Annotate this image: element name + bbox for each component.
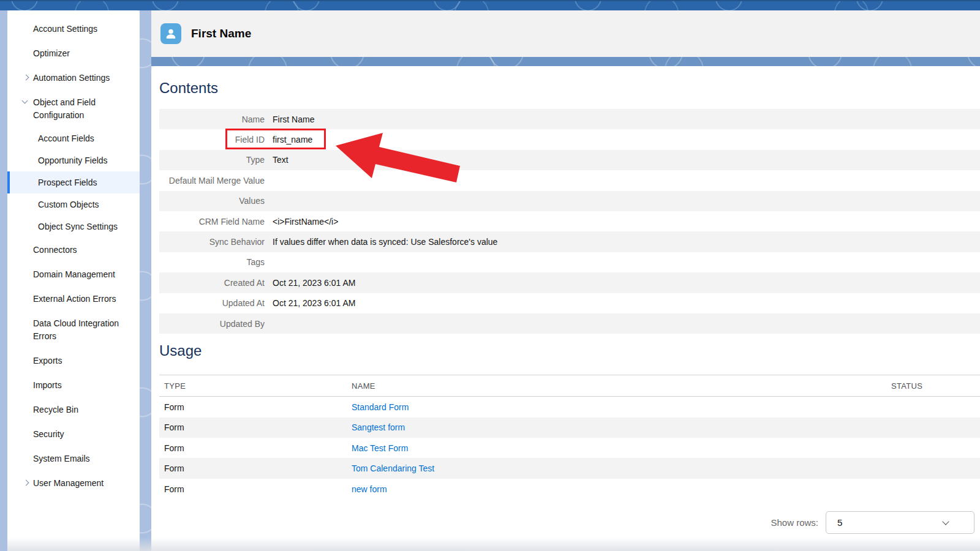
column-header-name: NAME [352, 381, 891, 391]
sidebar-item-object-field-config[interactable]: Object and Field Configuration [7, 90, 140, 127]
sidebar-item-label: User Management [33, 478, 104, 488]
main-content: Contents NameFirst Name Field IDfirst_na… [151, 66, 980, 551]
header-content-band [151, 57, 980, 66]
field-label: Field ID [159, 135, 265, 144]
form-link[interactable]: new form [352, 484, 387, 494]
sidebar-item-domain-management[interactable]: Domain Management [7, 262, 140, 287]
field-value: Oct 21, 2023 6:01 AM [273, 278, 355, 288]
sidebar-item-automation-settings[interactable]: Automation Settings [7, 66, 140, 90]
field-row-sync-behavior: Sync BehaviorIf values differ when data … [159, 231, 980, 252]
field-row-default-mail-merge-value: Default Mail Merge Value [159, 170, 980, 190]
field-label: Type [159, 155, 265, 165]
usage-row: FormStandard Form [159, 397, 980, 417]
field-label: Updated By [159, 319, 265, 329]
usage-row: FormMac Test Form [159, 438, 980, 458]
sidebar-item-account-fields[interactable]: Account Fields [7, 127, 140, 149]
sidebar-item-label: Domain Management [33, 269, 115, 279]
show-rows-label: Show rows: [771, 517, 818, 528]
field-row-crm-field-name: CRM Field Name<i>FirstName</i> [159, 211, 980, 231]
sidebar-item-connectors[interactable]: Connectors [7, 238, 140, 262]
field-value: If values differ when data is synced: Us… [273, 237, 497, 247]
field-value: <i>FirstName</i> [273, 217, 338, 227]
field-label: Sync Behavior [159, 237, 265, 247]
form-link[interactable]: Standard Form [352, 402, 409, 412]
sidebar-item-prospect-fields[interactable]: Prospect Fields [7, 171, 140, 193]
form-link[interactable]: Mac Test Form [352, 443, 408, 453]
usage-type: Form [159, 422, 352, 432]
field-label: Name [159, 114, 265, 124]
usage-table-header: TYPE NAME STATUS [159, 375, 980, 397]
user-icon [160, 23, 181, 44]
sidebar-item-label: Opportunity Fields [38, 156, 108, 165]
usage-type: Form [159, 443, 352, 453]
field-value: Text [273, 155, 288, 165]
sidebar-item-label: Security [33, 429, 64, 439]
contents-heading: Contents [159, 80, 980, 97]
chevron-down-icon [22, 98, 28, 104]
field-label: CRM Field Name [159, 217, 265, 227]
field-label: Created At [159, 278, 265, 288]
usage-type: Form [159, 484, 352, 494]
field-row-updated-by: Updated By [159, 313, 980, 334]
sidebar-item-data-cloud-integration-errors[interactable]: Data Cloud Integration Errors [7, 311, 140, 348]
usage-row: Formnew form [159, 479, 980, 499]
field-value: First Name [273, 114, 314, 124]
field-value: Oct 21, 2023 6:01 AM [273, 298, 355, 308]
top-banner [0, 0, 980, 10]
sidebar-item-label: Prospect Fields [38, 178, 97, 187]
sidebar-item-user-management[interactable]: User Management [7, 471, 140, 495]
field-label: Tags [159, 257, 265, 267]
field-row-values: Values [159, 191, 980, 211]
usage-heading: Usage [159, 342, 980, 359]
usage-type: Form [159, 402, 352, 412]
sidebar-item-label: Automation Settings [33, 73, 110, 83]
field-label: Updated At [159, 298, 265, 308]
field-row-field-id: Field IDfirst_name [159, 129, 980, 149]
field-row-updated-at: Updated AtOct 21, 2023 6:01 AM [159, 293, 980, 313]
sidebar-item-security[interactable]: Security [7, 422, 140, 446]
column-header-type: TYPE [159, 381, 352, 391]
sidebar-item-label: Recycle Bin [33, 405, 78, 414]
sidebar-item-external-action-errors[interactable]: External Action Errors [7, 287, 140, 311]
field-value: first_name [273, 135, 312, 144]
sidebar-item-imports[interactable]: Imports [7, 373, 140, 397]
sidebar-item-exports[interactable]: Exports [7, 348, 140, 373]
usage-type: Form [159, 463, 352, 473]
chevron-down-icon [942, 519, 949, 525]
field-row-tags: Tags [159, 252, 980, 272]
sidebar-content-divider [140, 10, 151, 551]
page-title: First Name [191, 27, 251, 40]
field-row-created-at: Created AtOct 21, 2023 6:01 AM [159, 272, 980, 293]
sidebar-item-account-settings[interactable]: Account Settings [7, 17, 140, 41]
sidebar-item-label: Optimizer [33, 48, 70, 58]
chevron-right-icon [23, 75, 29, 81]
usage-table: TYPE NAME STATUS FormStandard Form FormS… [159, 375, 980, 499]
field-label: Values [159, 196, 265, 206]
sidebar-item-label: Custom Objects [38, 200, 99, 209]
sidebar-item-label: Account Fields [38, 133, 94, 143]
sidebar-item-label: Data Cloud Integration Errors [33, 318, 119, 341]
sidebar-item-label: System Emails [33, 454, 90, 463]
form-link[interactable]: Sangtest form [352, 422, 405, 432]
field-row-name: NameFirst Name [159, 109, 980, 129]
usage-row: FormTom Calendaring Test [159, 458, 980, 478]
sidebar-item-recycle-bin[interactable]: Recycle Bin [7, 397, 140, 422]
sidebar-item-optimizer[interactable]: Optimizer [7, 41, 140, 66]
sidebar-nav: Account Settings Optimizer Automation Se… [7, 10, 140, 495]
sidebar-item-opportunity-fields[interactable]: Opportunity Fields [7, 149, 140, 171]
field-row-type: TypeText [159, 150, 980, 170]
show-rows-select[interactable]: 5 [826, 511, 974, 534]
usage-row: FormSangtest form [159, 418, 980, 438]
show-rows-value: 5 [837, 517, 842, 528]
contents-rows: NameFirst Name Field IDfirst_name TypeTe… [159, 109, 980, 334]
sidebar-item-object-sync-settings[interactable]: Object Sync Settings [7, 216, 140, 238]
chevron-right-icon [23, 480, 29, 486]
page-header: First Name [151, 10, 980, 57]
form-link[interactable]: Tom Calendaring Test [352, 463, 434, 473]
left-edge-strip [0, 10, 7, 551]
sidebar-item-label: Imports [33, 380, 62, 390]
sidebar-item-system-emails[interactable]: System Emails [7, 446, 140, 471]
sidebar-item-custom-objects[interactable]: Custom Objects [7, 193, 140, 216]
sidebar-item-label: Object and Field Configuration [33, 97, 96, 120]
pagination-bar: Show rows: 5 [159, 511, 980, 534]
